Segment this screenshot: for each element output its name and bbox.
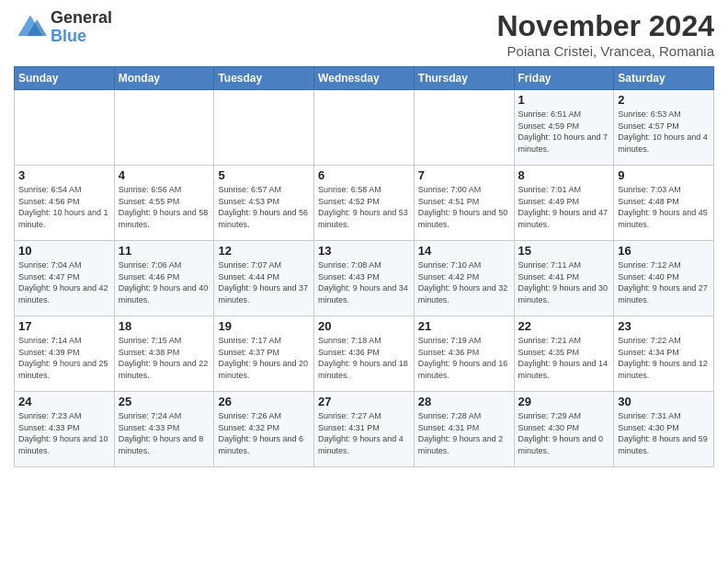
day-info: Sunrise: 7:26 AM Sunset: 4:32 PM Dayligh… — [218, 410, 310, 456]
header-day-sunday: Sunday — [15, 67, 115, 90]
header-day-monday: Monday — [114, 67, 214, 90]
day-number: 28 — [418, 395, 510, 408]
page-title: November 2024 — [496, 9, 714, 43]
day-number: 26 — [218, 395, 310, 408]
calendar-cell: 22Sunrise: 7:21 AM Sunset: 4:35 PM Dayli… — [514, 316, 614, 392]
calendar-cell: 25Sunrise: 7:24 AM Sunset: 4:33 PM Dayli… — [114, 392, 214, 467]
day-number: 2 — [618, 93, 710, 107]
day-info: Sunrise: 7:06 AM Sunset: 4:46 PM Dayligh… — [119, 259, 210, 305]
calendar-cell — [15, 90, 115, 166]
day-number: 6 — [318, 168, 410, 182]
logo-icon — [14, 11, 47, 44]
calendar-cell: 13Sunrise: 7:08 AM Sunset: 4:43 PM Dayli… — [314, 241, 415, 316]
day-number: 30 — [618, 395, 710, 408]
day-info: Sunrise: 7:24 AM Sunset: 4:33 PM Dayligh… — [119, 410, 210, 456]
calendar-cell: 11Sunrise: 7:06 AM Sunset: 4:46 PM Dayli… — [114, 241, 214, 316]
day-info: Sunrise: 7:10 AM Sunset: 4:42 PM Dayligh… — [418, 259, 510, 305]
calendar-cell: 4Sunrise: 6:56 AM Sunset: 4:55 PM Daylig… — [114, 166, 214, 241]
header-day-wednesday: Wednesday — [314, 67, 415, 90]
calendar-cell: 16Sunrise: 7:12 AM Sunset: 4:40 PM Dayli… — [614, 241, 714, 316]
day-info: Sunrise: 7:22 AM Sunset: 4:34 PM Dayligh… — [618, 335, 710, 381]
header-day-thursday: Thursday — [414, 67, 514, 90]
calendar-cell: 28Sunrise: 7:28 AM Sunset: 4:31 PM Dayli… — [414, 392, 514, 467]
day-info: Sunrise: 6:51 AM Sunset: 4:59 PM Dayligh… — [518, 109, 610, 155]
calendar-cell: 9Sunrise: 7:03 AM Sunset: 4:48 PM Daylig… — [614, 166, 714, 241]
header-day-tuesday: Tuesday — [214, 67, 314, 90]
day-info: Sunrise: 7:11 AM Sunset: 4:41 PM Dayligh… — [518, 259, 610, 305]
calendar-cell: 29Sunrise: 7:29 AM Sunset: 4:30 PM Dayli… — [514, 392, 614, 467]
day-info: Sunrise: 7:28 AM Sunset: 4:31 PM Dayligh… — [418, 410, 510, 456]
day-number: 5 — [218, 168, 310, 182]
day-info: Sunrise: 7:08 AM Sunset: 4:43 PM Dayligh… — [318, 259, 410, 305]
calendar-cell — [214, 90, 314, 166]
day-number: 27 — [318, 395, 410, 408]
day-number: 1 — [518, 93, 610, 107]
calendar-cell: 27Sunrise: 7:27 AM Sunset: 4:31 PM Dayli… — [314, 392, 415, 467]
day-number: 25 — [119, 395, 210, 408]
day-number: 21 — [418, 319, 510, 333]
day-info: Sunrise: 6:56 AM Sunset: 4:55 PM Dayligh… — [119, 184, 210, 230]
day-info: Sunrise: 6:58 AM Sunset: 4:52 PM Dayligh… — [318, 184, 410, 230]
page-container: General Blue November 2024 Poiana Criste… — [0, 0, 728, 477]
day-number: 14 — [418, 244, 510, 258]
day-info: Sunrise: 7:12 AM Sunset: 4:40 PM Dayligh… — [618, 259, 710, 305]
day-info: Sunrise: 7:04 AM Sunset: 4:47 PM Dayligh… — [18, 259, 110, 305]
day-info: Sunrise: 6:53 AM Sunset: 4:57 PM Dayligh… — [618, 109, 710, 155]
day-info: Sunrise: 7:29 AM Sunset: 4:30 PM Dayligh… — [518, 410, 610, 456]
calendar-cell: 14Sunrise: 7:10 AM Sunset: 4:42 PM Dayli… — [414, 241, 514, 316]
calendar-cell: 8Sunrise: 7:01 AM Sunset: 4:49 PM Daylig… — [514, 166, 614, 241]
day-number: 12 — [218, 244, 310, 258]
day-number: 13 — [318, 244, 410, 258]
calendar-cell: 15Sunrise: 7:11 AM Sunset: 4:41 PM Dayli… — [514, 241, 614, 316]
day-info: Sunrise: 7:21 AM Sunset: 4:35 PM Dayligh… — [518, 335, 610, 381]
day-number: 18 — [119, 319, 210, 333]
day-number: 7 — [418, 168, 510, 182]
day-info: Sunrise: 7:01 AM Sunset: 4:49 PM Dayligh… — [518, 184, 610, 230]
header-day-saturday: Saturday — [614, 67, 714, 90]
logo-text: General Blue — [51, 9, 112, 46]
header-day-friday: Friday — [514, 67, 614, 90]
day-info: Sunrise: 7:00 AM Sunset: 4:51 PM Dayligh… — [418, 184, 510, 230]
day-number: 15 — [518, 244, 610, 258]
day-number: 11 — [119, 244, 210, 258]
calendar-cell — [114, 90, 214, 166]
calendar-week-1: 1Sunrise: 6:51 AM Sunset: 4:59 PM Daylig… — [15, 90, 714, 166]
day-info: Sunrise: 6:54 AM Sunset: 4:56 PM Dayligh… — [18, 184, 110, 230]
calendar-cell: 10Sunrise: 7:04 AM Sunset: 4:47 PM Dayli… — [15, 241, 115, 316]
calendar-cell: 1Sunrise: 6:51 AM Sunset: 4:59 PM Daylig… — [514, 90, 614, 166]
calendar-cell: 3Sunrise: 6:54 AM Sunset: 4:56 PM Daylig… — [15, 166, 115, 241]
day-info: Sunrise: 7:27 AM Sunset: 4:31 PM Dayligh… — [318, 410, 410, 456]
calendar-header-row: SundayMondayTuesdayWednesdayThursdayFrid… — [15, 67, 714, 90]
day-number: 23 — [618, 319, 710, 333]
logo-line2: Blue — [51, 28, 112, 46]
day-info: Sunrise: 7:17 AM Sunset: 4:37 PM Dayligh… — [218, 335, 310, 381]
calendar-cell: 26Sunrise: 7:26 AM Sunset: 4:32 PM Dayli… — [214, 392, 314, 467]
day-number: 3 — [18, 168, 110, 182]
calendar-cell: 2Sunrise: 6:53 AM Sunset: 4:57 PM Daylig… — [614, 90, 714, 166]
calendar-cell: 17Sunrise: 7:14 AM Sunset: 4:39 PM Dayli… — [15, 316, 115, 392]
header: General Blue November 2024 Poiana Criste… — [14, 9, 714, 59]
day-info: Sunrise: 6:57 AM Sunset: 4:53 PM Dayligh… — [218, 184, 310, 230]
calendar-week-2: 3Sunrise: 6:54 AM Sunset: 4:56 PM Daylig… — [15, 166, 714, 241]
day-number: 22 — [518, 319, 610, 333]
logo-line1: General — [51, 9, 112, 28]
day-info: Sunrise: 7:18 AM Sunset: 4:36 PM Dayligh… — [318, 335, 410, 381]
day-number: 17 — [18, 319, 110, 333]
calendar-cell: 7Sunrise: 7:00 AM Sunset: 4:51 PM Daylig… — [414, 166, 514, 241]
calendar-cell: 19Sunrise: 7:17 AM Sunset: 4:37 PM Dayli… — [214, 316, 314, 392]
day-number: 16 — [618, 244, 710, 258]
calendar-cell: 5Sunrise: 6:57 AM Sunset: 4:53 PM Daylig… — [214, 166, 314, 241]
calendar-cell — [414, 90, 514, 166]
calendar-cell: 12Sunrise: 7:07 AM Sunset: 4:44 PM Dayli… — [214, 241, 314, 316]
day-info: Sunrise: 7:03 AM Sunset: 4:48 PM Dayligh… — [618, 184, 710, 230]
day-info: Sunrise: 7:15 AM Sunset: 4:38 PM Dayligh… — [119, 335, 210, 381]
day-info: Sunrise: 7:31 AM Sunset: 4:30 PM Dayligh… — [618, 410, 710, 456]
calendar-cell: 18Sunrise: 7:15 AM Sunset: 4:38 PM Dayli… — [114, 316, 214, 392]
title-block: November 2024 Poiana Cristei, Vrancea, R… — [496, 9, 714, 59]
day-number: 9 — [618, 168, 710, 182]
page-subtitle: Poiana Cristei, Vrancea, Romania — [496, 43, 714, 59]
calendar-cell: 20Sunrise: 7:18 AM Sunset: 4:36 PM Dayli… — [314, 316, 415, 392]
day-number: 8 — [518, 168, 610, 182]
logo: General Blue — [14, 9, 112, 46]
day-number: 10 — [18, 244, 110, 258]
